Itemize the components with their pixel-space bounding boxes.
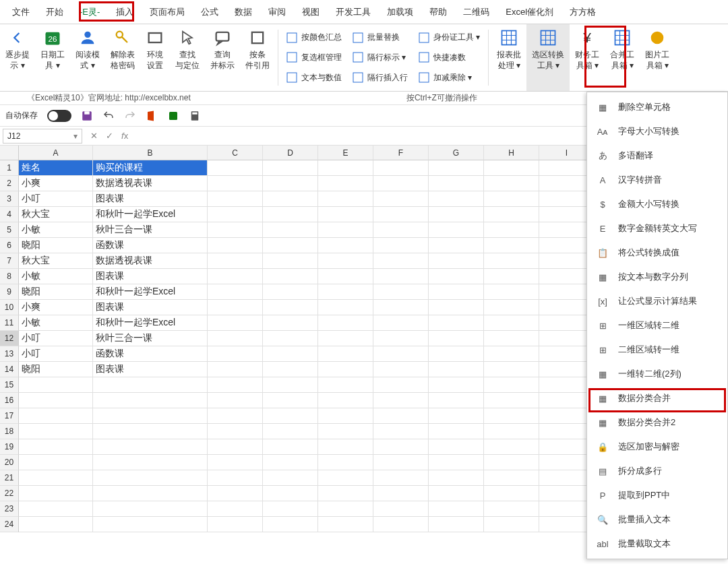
cell[interactable] <box>318 284 373 300</box>
cell[interactable] <box>484 362 539 377</box>
cell[interactable] <box>429 331 484 346</box>
num-eng[interactable]: E数字金额转英文大写 <box>587 216 727 241</box>
cell[interactable] <box>93 408 208 424</box>
cell[interactable] <box>484 269 539 284</box>
cell[interactable] <box>429 470 484 486</box>
cell[interactable] <box>318 253 373 269</box>
formula-val[interactable]: 📋将公式转换成值 <box>587 241 727 265</box>
row-header[interactable]: 23 <box>0 501 19 517</box>
cell[interactable] <box>429 346 484 362</box>
cell[interactable] <box>373 346 429 362</box>
cell[interactable] <box>318 377 373 393</box>
cell[interactable] <box>373 207 429 222</box>
menu-开始[interactable]: 开始 <box>38 2 71 22</box>
cell[interactable] <box>208 377 263 393</box>
cell[interactable] <box>208 222 263 238</box>
row-header[interactable]: 8 <box>0 269 19 284</box>
col-header[interactable]: G <box>429 146 484 160</box>
cell[interactable]: 姓名 <box>19 160 93 176</box>
cell[interactable]: 小爽 <box>19 300 93 315</box>
cell[interactable] <box>19 486 93 501</box>
accept-icon[interactable]: ✓ <box>106 131 113 141</box>
row-header[interactable]: 17 <box>0 408 19 424</box>
cell[interactable] <box>93 501 208 517</box>
del-empty[interactable]: ▦删除空单元格 <box>587 95 727 119</box>
cell[interactable] <box>19 439 93 455</box>
cell[interactable] <box>263 269 318 284</box>
cell[interactable]: 晓阳 <box>19 362 93 377</box>
menu-Excel催化剂[interactable]: Excel催化剂 <box>497 2 562 22</box>
row-header[interactable]: 5 <box>0 222 19 238</box>
cell[interactable] <box>373 300 429 315</box>
cell[interactable] <box>484 222 539 238</box>
cell[interactable] <box>208 346 263 362</box>
cell[interactable] <box>318 362 373 377</box>
cell[interactable] <box>208 176 263 191</box>
query-mark[interactable]: 查询并标示 <box>205 24 240 91</box>
row-header[interactable]: 4 <box>0 207 19 222</box>
cell[interactable] <box>208 408 263 424</box>
pinyin[interactable]: A汉字转拼音 <box>587 168 727 192</box>
cell[interactable] <box>263 191 318 207</box>
cell[interactable] <box>373 486 429 501</box>
undo-icon[interactable] <box>102 110 115 122</box>
cell[interactable] <box>373 222 429 238</box>
row-header[interactable]: 18 <box>0 424 19 439</box>
image[interactable]: 图片工具箱 ▾ <box>640 24 675 91</box>
step-tip[interactable]: 逐步提示 ▾ <box>0 24 35 91</box>
cancel-icon[interactable]: ✕ <box>90 131 98 141</box>
to-ppt[interactable]: P提取到PPT中 <box>587 483 727 507</box>
cell[interactable]: 购买的课程 <box>93 160 208 176</box>
menu-页面布局[interactable]: 页面布局 <box>142 2 193 22</box>
cell[interactable] <box>318 439 373 455</box>
split-rows[interactable]: ▤拆分成多行 <box>587 459 727 483</box>
col-header[interactable]: H <box>484 146 539 160</box>
row-header[interactable]: 14 <box>0 362 19 377</box>
cell[interactable] <box>484 470 539 486</box>
cell[interactable] <box>208 253 263 269</box>
cell[interactable] <box>429 284 484 300</box>
menu-视图[interactable]: 视图 <box>294 2 328 22</box>
row-header[interactable]: 2 <box>0 176 19 191</box>
cell[interactable] <box>429 517 484 532</box>
env-set[interactable]: 环境设置 <box>140 24 170 91</box>
row-header[interactable]: 20 <box>0 455 19 470</box>
cell[interactable] <box>429 315 484 331</box>
cell[interactable] <box>373 284 429 300</box>
batch-replace[interactable]: 批量替换 <box>353 29 408 46</box>
cell[interactable]: 函数课 <box>93 346 208 362</box>
cell[interactable] <box>429 300 484 315</box>
cell[interactable] <box>373 393 429 408</box>
menu-文件[interactable]: 文件 <box>4 2 38 22</box>
cell[interactable] <box>19 424 93 439</box>
date-tool[interactable]: 26日期工具 ▾ <box>35 24 70 91</box>
2d-1d[interactable]: ⊞二维区域转一维 <box>587 338 727 362</box>
cell[interactable] <box>429 238 484 253</box>
cell[interactable] <box>484 346 539 362</box>
cell[interactable] <box>484 439 539 455</box>
cell[interactable] <box>93 455 208 470</box>
add-mul[interactable]: 加减乘除 ▾ <box>419 69 480 86</box>
cell[interactable] <box>19 470 93 486</box>
save-icon[interactable] <box>81 110 93 122</box>
cell[interactable]: 和秋叶一起学Excel <box>93 207 208 222</box>
cell[interactable] <box>318 501 373 517</box>
cell[interactable] <box>484 486 539 501</box>
cell[interactable] <box>93 393 208 408</box>
row-header[interactable]: 1 <box>0 160 19 176</box>
cell[interactable] <box>263 238 318 253</box>
cell[interactable]: 秋叶三合一课 <box>93 222 208 238</box>
cell[interactable] <box>484 408 539 424</box>
row-header[interactable]: 15 <box>0 377 19 393</box>
cell[interactable] <box>429 191 484 207</box>
row-header[interactable]: 7 <box>0 253 19 269</box>
cell[interactable] <box>93 486 208 501</box>
cell[interactable] <box>373 501 429 517</box>
cell[interactable] <box>318 160 373 176</box>
cell[interactable] <box>429 486 484 501</box>
cell[interactable] <box>93 377 208 393</box>
cell[interactable] <box>208 424 263 439</box>
cell[interactable] <box>318 331 373 346</box>
cell[interactable] <box>373 331 429 346</box>
find-loc[interactable]: 查找与定位 <box>170 24 205 91</box>
